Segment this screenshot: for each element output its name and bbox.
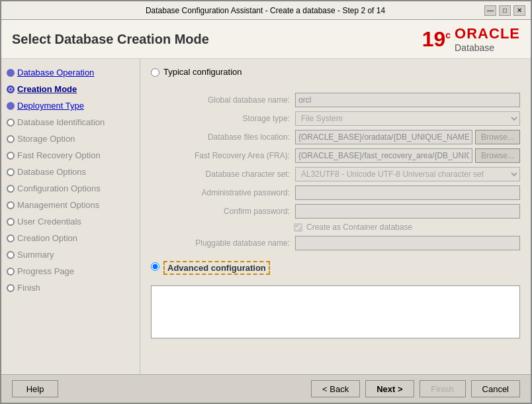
charset-label: Database character set: <box>164 170 290 179</box>
oracle-version: 19c <box>422 28 451 50</box>
fra-label: Fast Recovery Area (FRA): <box>164 151 290 160</box>
sidebar-item-database-identification: Database Identification <box>1 114 140 130</box>
global-db-name-label: Global database name: <box>164 95 290 105</box>
fra-row: Browse... <box>295 148 520 163</box>
footer-right: < Back Next > Finish Cancel <box>311 380 520 397</box>
db-files-location-row: Browse... <box>295 130 520 144</box>
main-window: Database Configuration Assistant - Creat… <box>0 0 532 404</box>
sidebar-item-creation-option: Creation Option <box>1 230 140 246</box>
sidebar-dot-configuration-options <box>7 185 15 193</box>
sidebar-item-fast-recovery-option: Fast Recovery Option <box>1 147 140 164</box>
create-container-label[interactable]: Create as Container database <box>306 223 412 232</box>
oracle-brand: ORACLE <box>455 25 520 42</box>
admin-pwd-label: Administrative password: <box>164 188 290 197</box>
page-title: Select Database Creation Mode <box>12 32 209 47</box>
sidebar-dot-finish <box>7 284 15 292</box>
footer-left: Help <box>12 380 58 397</box>
oracle-db-label: Database <box>455 42 494 53</box>
typical-config-fields: Global database name: document.querySele… <box>164 93 520 250</box>
sidebar-item-database-operation[interactable]: Database Operation <box>1 64 140 81</box>
confirm-pwd-input[interactable] <box>295 204 520 219</box>
content-area: Typical configuration Global database na… <box>140 59 531 374</box>
sidebar-dot-deployment-type <box>7 102 15 110</box>
sidebar-dot-database-operation <box>7 69 15 77</box>
create-container-checkbox[interactable] <box>294 223 302 232</box>
global-db-name-input[interactable] <box>295 93 520 107</box>
next-button[interactable]: Next > <box>365 380 414 397</box>
creation-mode-options: Typical configuration Global database na… <box>151 67 520 275</box>
sidebar-dot-creation-mode <box>7 85 15 93</box>
sidebar-item-summary: Summary <box>1 246 140 263</box>
storage-type-label: Storage type: <box>164 114 290 123</box>
window-controls: — □ ✕ <box>484 5 525 16</box>
back-button[interactable]: < Back <box>311 380 360 397</box>
pluggable-db-label: Pluggable database name: <box>164 238 290 248</box>
sidebar-item-storage-option: Storage Option <box>1 130 140 147</box>
storage-type-select[interactable]: File System ASM <box>295 111 520 126</box>
maximize-button[interactable]: □ <box>499 5 511 16</box>
minimize-button[interactable]: — <box>484 5 496 16</box>
sidebar-dot-database-options <box>7 168 15 176</box>
typical-radio-label[interactable]: Typical configuration <box>163 67 242 77</box>
sidebar-item-progress-page: Progress Page <box>1 263 140 279</box>
help-button[interactable]: Help <box>12 380 58 397</box>
description-box <box>151 285 520 338</box>
fra-input[interactable] <box>295 148 472 163</box>
sidebar-dot-management-options <box>7 201 15 209</box>
oracle-text: ORACLE Database <box>455 25 520 53</box>
sidebar-item-finish: Finish <box>1 279 140 296</box>
pluggable-db-input[interactable] <box>295 236 520 250</box>
typical-radio[interactable] <box>151 68 159 77</box>
footer: Help < Back Next > Finish Cancel <box>1 374 531 403</box>
admin-pwd-input[interactable] <box>295 185 520 200</box>
sidebar-dot-fast-recovery-option <box>7 152 15 160</box>
typical-config-option: Typical configuration <box>151 67 520 77</box>
finish-button[interactable]: Finish <box>420 380 466 397</box>
oracle-logo: 19c ORACLE Database <box>422 25 520 53</box>
storage-type-row: File System ASM <box>295 111 520 126</box>
sidebar-item-deployment-type[interactable]: Deployment Type <box>1 97 140 114</box>
sidebar-item-user-credentials: User Credentials <box>1 213 140 230</box>
confirm-pwd-label: Confirm password: <box>164 207 290 216</box>
app-header: Select Database Creation Mode 19c ORACLE… <box>1 20 531 59</box>
db-files-location-input[interactable] <box>295 130 472 144</box>
sidebar-item-database-options: Database Options <box>1 164 140 180</box>
sidebar-item-creation-mode[interactable]: Creation Mode <box>1 81 140 97</box>
sidebar: Database Operation Creation Mode Deploym… <box>1 59 140 374</box>
charset-select[interactable]: AL32UTF8 - Unicode UTF-8 Universal chara… <box>295 167 520 181</box>
sidebar-dot-creation-option <box>7 234 15 242</box>
title-bar: Database Configuration Assistant - Creat… <box>1 1 531 20</box>
sidebar-dot-user-credentials <box>7 218 15 226</box>
db-files-location-label: Database files location: <box>164 132 290 142</box>
main-layout: Database Operation Creation Mode Deploym… <box>1 59 531 374</box>
sidebar-dot-database-identification <box>7 119 15 126</box>
close-button[interactable]: ✕ <box>513 5 525 16</box>
sidebar-dot-summary <box>7 251 15 259</box>
sidebar-dot-storage-option <box>7 135 15 143</box>
create-container-row: Create as Container database <box>164 223 520 232</box>
advanced-radio[interactable] <box>151 262 159 271</box>
browse-db-files-button[interactable]: Browse... <box>475 130 520 144</box>
browse-fra-button[interactable]: Browse... <box>475 148 520 163</box>
advanced-radio-label[interactable]: Advanced configuration <box>163 261 270 275</box>
cancel-button[interactable]: Cancel <box>471 380 520 397</box>
sidebar-item-management-options: Management Options <box>1 197 140 213</box>
sidebar-item-configuration-options: Configuration Options <box>1 180 140 197</box>
advanced-config-option: Advanced configuration <box>151 261 520 275</box>
window-title: Database Configuration Assistant - Creat… <box>46 6 484 15</box>
sidebar-dot-progress-page <box>7 268 15 276</box>
